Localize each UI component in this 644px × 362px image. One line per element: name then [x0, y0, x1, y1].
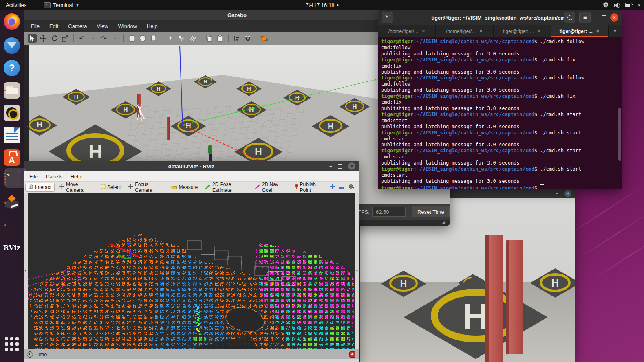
- reset-time-button[interactable]: Reset Time: [412, 206, 450, 217]
- terminal-tab-4[interactable]: tiger@tiger: ...✕: [551, 25, 609, 37]
- tab-label: /home/tiger/...: [446, 29, 476, 34]
- close-button[interactable]: ✕: [348, 162, 355, 170]
- terminal-tab-1[interactable]: /home/tiger/...✕: [378, 25, 436, 37]
- point-light-icon[interactable]: ☀: [166, 34, 175, 43]
- tool-2d-pose-estimate[interactable]: 2D Pose Estimate: [202, 181, 250, 194]
- dock-item-thunderbird[interactable]: [4, 37, 20, 54]
- panel-close-button[interactable]: [349, 351, 355, 358]
- rviz-menu-file[interactable]: File: [29, 173, 38, 180]
- gazebo-menu-help[interactable]: Help: [147, 23, 158, 29]
- activities-button[interactable]: Activities: [6, 2, 26, 8]
- dock-item-unknown-app[interactable]: [4, 217, 20, 233]
- terminal-output-line: publishing and latching message for 3.0 …: [381, 51, 622, 57]
- unknown-app-icon: [4, 217, 20, 233]
- scrollbar-thumb[interactable]: [618, 108, 621, 161]
- tool-move-camera[interactable]: Move Camera: [56, 181, 96, 194]
- gazebo-menu-window[interactable]: Window: [118, 23, 137, 29]
- tool-publish-point[interactable]: Publish Point: [291, 181, 328, 194]
- dock-item-show-applications[interactable]: [4, 336, 20, 352]
- zoom-out-icon[interactable]: [339, 184, 344, 190]
- terminal-output[interactable]: tiger@tiger:~/VISIM_single/catkin_ws/src…: [378, 37, 622, 189]
- helipad-marker: H: [146, 81, 171, 96]
- rhythmbox-icon: [4, 105, 20, 121]
- gazebo-menu-camera[interactable]: Camera: [68, 23, 87, 29]
- tab-close-icon[interactable]: ✕: [421, 29, 425, 34]
- rviz-menu-panels[interactable]: Panels: [46, 173, 62, 180]
- dock-item-help[interactable]: ?: [4, 60, 20, 76]
- camera-view-icon[interactable]: ▾: [348, 184, 355, 190]
- rviz-viewport[interactable]: ▸ ◂: [24, 193, 359, 349]
- minimize-button[interactable]: –: [595, 15, 598, 20]
- dock-item-firefox[interactable]: [4, 13, 20, 30]
- tool-2d-nav-goal[interactable]: 2D Nav Goal: [252, 181, 290, 194]
- paste-icon[interactable]: [216, 34, 225, 43]
- helipad-marker: H: [340, 98, 370, 115]
- terminal-prompt-line: tiger@tiger:~/VISIM_single/catkin_ws/src…: [381, 148, 622, 154]
- focused-app-menu[interactable]: > Terminal ▼: [44, 2, 79, 8]
- redo-icon[interactable]: ↷: [99, 34, 108, 43]
- resize-grip[interactable]: ◢: [442, 220, 447, 225]
- copy-icon[interactable]: [205, 34, 214, 43]
- wallpaper-streak: [574, 208, 644, 261]
- search-button[interactable]: [564, 12, 575, 23]
- clock-icon: [27, 351, 33, 358]
- terminal-prompt-line: tiger@tiger:~/VISIM_single/catkin_ws/src…: [381, 93, 622, 99]
- tab-close-icon[interactable]: ✕: [596, 29, 600, 34]
- terminal-headerbar[interactable]: tiger@tiger: ~/VISIM_single/catkin_ws/sr…: [378, 10, 622, 25]
- snap-icon[interactable]: [243, 34, 252, 43]
- tool-measure[interactable]: Measure: [168, 184, 201, 191]
- dock-item-terminal[interactable]: >_: [4, 170, 20, 186]
- terminal-prompt-line: tiger@tiger:~/VISIM_single/catkin_ws/src…: [381, 130, 622, 136]
- tab-close-icon[interactable]: ✕: [537, 29, 541, 34]
- close-button[interactable]: ✕: [610, 13, 618, 22]
- minimize-button[interactable]: –: [329, 163, 332, 169]
- undo-menu-icon[interactable]: ▾: [88, 34, 97, 43]
- system-status-area[interactable]: ? ▾: [603, 2, 640, 8]
- scale-icon[interactable]: [61, 34, 70, 43]
- gazebo-menu-file[interactable]: File: [31, 23, 40, 29]
- clock-button[interactable]: 7月17 16:18: [306, 2, 339, 9]
- directional-light-icon[interactable]: [188, 34, 197, 43]
- terminal-tab-3[interactable]: tiger@tiger: ...✕: [494, 25, 551, 37]
- red-pillar-left: [485, 235, 503, 362]
- dock-item-rhythmbox[interactable]: [4, 105, 20, 121]
- minimize-button[interactable]: –: [556, 191, 558, 196]
- running-indicator: [4, 224, 6, 226]
- maximize-button[interactable]: [602, 15, 606, 20]
- right-panel-collapse-strip[interactable]: ◂: [355, 193, 359, 349]
- gazebo-menu-edit[interactable]: Edit: [49, 23, 58, 29]
- tab-list-button[interactable]: ▼: [609, 25, 622, 37]
- zoom-in-icon[interactable]: [330, 184, 335, 191]
- rviz-menu-help[interactable]: Help: [71, 173, 82, 180]
- gazebo-menu-view[interactable]: View: [97, 23, 108, 29]
- redo-menu-icon[interactable]: ▾: [110, 34, 119, 43]
- rviz-titlebar[interactable]: default.rviz* - RViz – ✕: [24, 161, 359, 171]
- new-tab-button[interactable]: [382, 12, 393, 23]
- rotate-icon[interactable]: [50, 34, 59, 43]
- tab-label: /home/tiger/...: [388, 29, 418, 34]
- dock-item-gazebo[interactable]: [4, 195, 20, 211]
- dock-item-libreoffice-writer[interactable]: [4, 127, 20, 143]
- tool-focus-camera[interactable]: Focus Camera: [125, 181, 166, 194]
- terminal-tab-2[interactable]: /home/tiger/...✕: [436, 25, 493, 37]
- tab-close-icon[interactable]: ✕: [479, 29, 483, 34]
- sphere-icon[interactable]: [138, 34, 147, 43]
- dock-item-files[interactable]: [4, 82, 20, 99]
- cylinder-icon[interactable]: [149, 34, 158, 43]
- left-panel-collapse-strip[interactable]: ▸: [24, 193, 28, 349]
- dock-item-ubuntu-software[interactable]: A: [4, 149, 20, 166]
- tool-interact[interactable]: Interact: [25, 183, 55, 192]
- align-icon[interactable]: [232, 34, 241, 43]
- box-icon[interactable]: [127, 34, 136, 43]
- tool-select[interactable]: Select: [98, 183, 124, 191]
- translate-icon[interactable]: [39, 34, 48, 43]
- spot-light-icon[interactable]: [177, 34, 186, 43]
- dock-item-rviz[interactable]: RViz: [4, 239, 20, 256]
- running-indicator: [4, 21, 6, 22]
- select-arrow-icon[interactable]: [28, 34, 37, 43]
- maximize-button[interactable]: [338, 164, 342, 169]
- view-angle-icon[interactable]: ▾: [260, 34, 269, 43]
- menu-button[interactable]: ≡: [579, 12, 591, 23]
- close-button[interactable]: ✕: [564, 190, 571, 197]
- undo-icon[interactable]: ↶: [77, 34, 86, 43]
